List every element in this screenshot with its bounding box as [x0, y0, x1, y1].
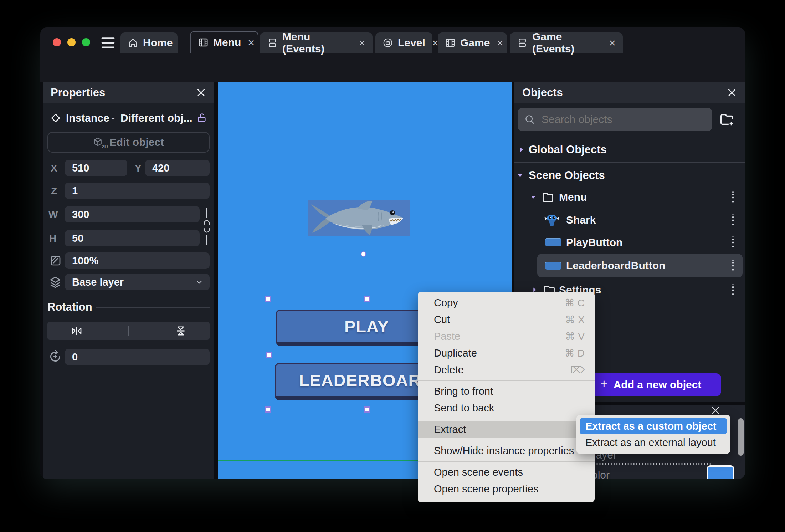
caret-down-icon[interactable] [529, 193, 537, 201]
tab-home[interactable]: Home [120, 32, 178, 53]
tree-row-menu-folder[interactable]: Menu [514, 186, 745, 208]
kebab-menu-icon[interactable] [729, 259, 737, 273]
selection-handle-middle-left[interactable] [266, 352, 272, 358]
selection-rotate-handle[interactable] [361, 251, 366, 257]
h-field[interactable] [65, 230, 200, 246]
flip-vertical-button[interactable] [174, 324, 187, 337]
close-icon[interactable] [196, 87, 206, 98]
instance-object-name: Different obj... [120, 112, 193, 124]
tab-close-icon[interactable]: × [609, 37, 616, 48]
traffic-light-minimize[interactable] [67, 38, 76, 46]
menu-item-delete[interactable]: Delete ⌦ [418, 362, 595, 378]
w-field[interactable] [65, 206, 200, 222]
tab-level[interactable]: Level × [375, 32, 432, 53]
z-field[interactable] [65, 183, 210, 199]
submenu-item-extract-external-layout[interactable]: Extract as an external layout [580, 434, 727, 451]
extract-submenu: Extract as a custom object Extract as an… [576, 415, 730, 454]
menu-item-label: Copy [434, 297, 458, 309]
tab-close-icon[interactable]: × [248, 37, 255, 48]
selection-handle-bottom-center[interactable] [364, 406, 370, 413]
menu-divider [418, 419, 595, 419]
traffic-light-close[interactable] [53, 38, 61, 46]
tab-game[interactable]: Game × [438, 32, 507, 53]
group-label: Scene Objects [529, 169, 605, 182]
button-object-icon [545, 262, 561, 270]
menu-item-copy[interactable]: Copy ⌘ C [418, 295, 595, 311]
flip-horizontal-button[interactable] [70, 324, 83, 337]
tab-label: Game (Events) [532, 31, 602, 55]
titlebar: Home Menu × Menu (Events) × Level × Game… [40, 27, 745, 53]
tree-row-playbutton[interactable]: PlayButton [514, 232, 745, 253]
cube-2d-icon: 2D [93, 137, 104, 148]
selection-handle-top-center[interactable] [364, 296, 370, 302]
opacity-field[interactable] [65, 252, 210, 269]
selection-handle-top-left[interactable] [265, 296, 271, 302]
tab-game-events[interactable]: Game (Events) × [510, 32, 623, 53]
tab-menu-events[interactable]: Menu (Events) × [260, 32, 373, 53]
menu-item-send-to-back[interactable]: Send to back [418, 400, 595, 416]
delete-key-icon: ⌦ [570, 364, 585, 376]
properties-title: Properties [51, 86, 105, 99]
menu-item-show-hide-instance-properties[interactable]: Show/Hide instance properties [418, 443, 595, 459]
layers-icon [48, 275, 62, 289]
y-field[interactable] [145, 160, 210, 176]
link-dimensions-icon[interactable] [202, 208, 212, 245]
edit-object-button[interactable]: 2D Edit object [47, 132, 210, 153]
menu-item-label: Send to back [434, 402, 494, 414]
tab-menu[interactable]: Menu × [190, 31, 258, 53]
instance-row: Instance - Different obj... [43, 111, 214, 126]
shark-sprite[interactable] [308, 200, 410, 236]
tab-label: Home [143, 37, 173, 49]
menu-item-duplicate[interactable]: Duplicate ⌘ D [418, 345, 595, 362]
tree-row-leaderboardbutton[interactable]: LeaderboardButton [537, 254, 743, 277]
kebab-menu-icon[interactable] [729, 190, 737, 205]
selection-handle-bottom-left[interactable] [265, 406, 271, 413]
traffic-light-zoom[interactable] [82, 38, 90, 46]
add-new-object-button[interactable]: + Add a new object [580, 373, 721, 396]
search-input[interactable] [518, 108, 712, 131]
menu-item-label: Duplicate [434, 347, 477, 359]
color-swatch[interactable] [707, 465, 734, 479]
x-field[interactable] [65, 160, 127, 176]
menu-item-open-scene-properties[interactable]: Open scene properties [418, 481, 595, 497]
tab-label: Menu (Events) [282, 31, 352, 55]
edit-object-label: Edit object [109, 136, 164, 148]
group-row-global-objects[interactable]: Global Objects [514, 142, 745, 158]
properties-panel: Properties Instance - Different obj... 2… [43, 82, 214, 479]
toolbar: Preview Share [40, 53, 745, 82]
w-label: W [48, 209, 58, 220]
group-divider [514, 162, 745, 163]
layer-select[interactable]: Base layer [65, 274, 210, 290]
menu-item-open-scene-events[interactable]: Open scene events [418, 464, 595, 481]
rotation-section-title: Rotation [47, 301, 92, 313]
menu-item-cut[interactable]: Cut ⌘ X [418, 311, 595, 328]
tab-close-icon[interactable]: × [359, 37, 365, 48]
menu-item-paste: Paste ⌘ V [418, 328, 595, 345]
menu-item-label: Extract [434, 424, 466, 435]
menu-item-label: Open scene events [434, 466, 523, 478]
close-icon[interactable] [710, 405, 720, 415]
group-row-scene-objects[interactable]: Scene Objects [514, 168, 745, 183]
menu-item-shortcut: ⌘ X [565, 314, 585, 326]
lock-open-icon[interactable] [196, 112, 207, 123]
submenu-item-extract-custom-object[interactable]: Extract as a custom object [580, 418, 727, 434]
layer-select-value: Base layer [72, 276, 124, 288]
search-field[interactable] [541, 113, 699, 126]
add-folder-icon[interactable] [718, 111, 735, 128]
scene-icon [198, 37, 209, 48]
kebab-menu-icon[interactable] [729, 283, 737, 297]
kebab-menu-icon[interactable] [729, 235, 737, 250]
menu-item-bring-to-front[interactable]: Bring to front [418, 383, 595, 400]
close-icon[interactable] [727, 87, 737, 98]
play-button-text: PLAY [344, 317, 389, 336]
rotation-field[interactable] [65, 349, 210, 365]
kebab-menu-icon[interactable] [729, 213, 737, 227]
menu-divider [418, 461, 595, 462]
scrollbar-thumb[interactable] [738, 418, 744, 456]
hamburger-menu-icon[interactable] [100, 36, 116, 49]
tab-label: Menu [213, 36, 241, 48]
tree-row-shark[interactable]: Shark [514, 209, 745, 231]
tab-close-icon[interactable]: × [497, 37, 503, 48]
menu-item-label: Cut [434, 314, 450, 326]
menu-item-extract[interactable]: Extract › [418, 421, 595, 438]
